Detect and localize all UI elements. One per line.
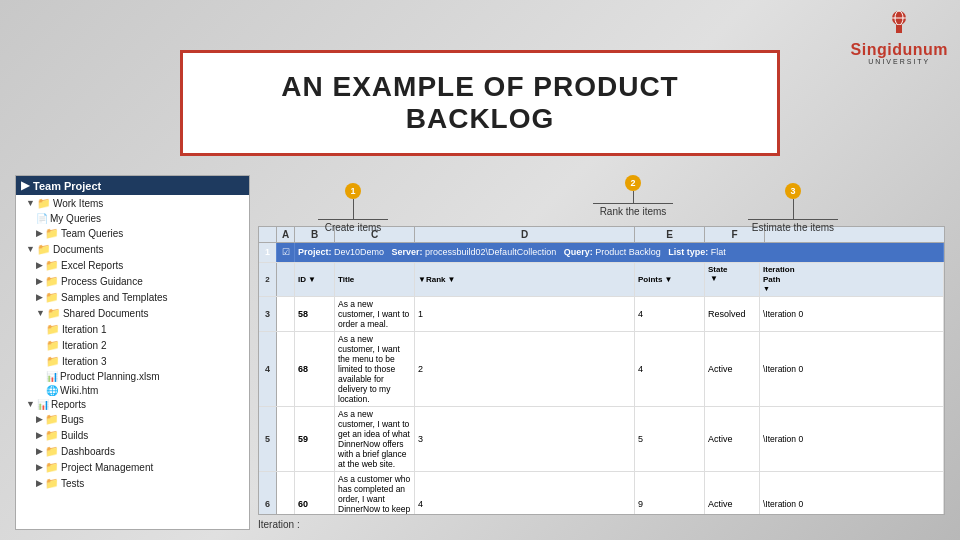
folder-icon: 📁 [46,339,60,352]
folder-icon: 📁 [46,323,60,336]
annotation-rank: 2 Rank the items [593,175,673,217]
ann2-circle: 2 [625,175,641,191]
sidebar-item-projectmgmt[interactable]: ▶ 📁 Project Management [16,459,249,475]
cell-id-header: ID ▼ [295,263,335,296]
cell-rank: 3 [415,407,635,471]
cell-rownum: 5 [259,407,277,471]
spreadsheet: A B C D E F 1 ☑ Project: Dev10Demo Serve… [258,226,945,515]
page-title: AN EXAMPLE OF PRODUCT BACKLOG [213,71,747,135]
table-row: 6 60 As a customer who has completed an … [259,472,944,515]
cell-a2 [277,263,295,296]
folder-icon: 📁 [46,355,60,368]
cell-a [277,332,295,406]
cell-title-header: Title [335,263,415,296]
cell-rownum: 6 [259,472,277,515]
arrow-icon: ▶ [36,478,43,488]
cell-state: Resolved [705,297,760,331]
iteration-label: Iteration : [258,519,945,530]
sidebar-item-processguidance[interactable]: ▶ 📁 Process Guidance [16,273,249,289]
sidebar-item-workitems[interactable]: ▼ 📁 Work Items [16,195,249,211]
cell-info: Project: Dev10Demo Server: processbuild0… [295,243,944,262]
filter-arrow-d-icon: ▼ [418,275,426,284]
folder-icon: 📁 [45,445,59,458]
ann1-label: Create items [325,222,382,233]
folder-icon: 📁 [45,413,59,426]
folder-icon: 📁 [37,197,51,210]
sidebar-item-xlsm[interactable]: 📊 Product Planning.xlsm [16,369,249,383]
cell-d-header: ▼ Rank ▼ [415,263,635,296]
sidebar-item-bugs[interactable]: ▶ 📁 Bugs [16,411,249,427]
table-row: 5 59 As a new customer, I want to get an… [259,407,944,472]
ann3-label: Estimate the items [752,222,834,233]
sidebar-item-iter2[interactable]: 📁 Iteration 2 [16,337,249,353]
cell-iter: \Iteration 0 [760,297,944,331]
col-hdr-d: D [415,227,635,242]
cell-rownum: 3 [259,297,277,331]
arrow-icon: ▶ [36,446,43,456]
arrow-icon: ▶ [36,430,43,440]
cell-id: 58 [295,297,335,331]
sidebar: ▶ Team Project ▼ 📁 Work Items 📄 My Queri… [15,175,250,530]
arrow-icon: ▼ [26,399,35,409]
cell-iter: \Iteration 0 [760,332,944,406]
cell-points: 4 [635,332,705,406]
sidebar-item-dashboards[interactable]: ▶ 📁 Dashboards [16,443,249,459]
col-hdr-e: E [635,227,705,242]
arrow-icon: ▼ [26,244,35,254]
sidebar-item-documents[interactable]: ▼ 📁 Documents [16,241,249,257]
sidebar-item-shareddocs[interactable]: ▼ 📁 Shared Documents [16,305,249,321]
cell-rank: 1 [415,297,635,331]
cell-state: Active [705,472,760,515]
ann3-circle: 3 [785,183,801,199]
folder-icon: 📁 [45,477,59,490]
filter-arrow-icon: ▼ [308,275,316,284]
cell-iter: \Iteration 0 [760,407,944,471]
sidebar-header: ▶ Team Project [16,176,249,195]
table-row: 4 68 As a new customer, I want the menu … [259,332,944,407]
cell-id: 60 [295,472,335,515]
cell-check: ☑ [277,243,295,262]
checkbox-icon: ☑ [282,247,290,257]
folder-icon: 📁 [47,307,61,320]
cell-rownum: 4 [259,332,277,406]
cell-rownum-2: 2 [259,263,277,296]
arrow-icon: ▶ [36,292,43,302]
cell-state: Active [705,332,760,406]
folder-icon: 📁 [45,275,59,288]
sidebar-item-wiki[interactable]: 🌐 Wiki.htm [16,383,249,397]
cell-id: 68 [295,332,335,406]
logo: Singidunum University [851,8,948,65]
svg-rect-3 [896,25,902,33]
sidebar-item-reports[interactable]: ▼ 📊 Reports [16,397,249,411]
table-row: 3 58 As a new customer, I want to order … [259,297,944,332]
cell-rank: 4 [415,472,635,515]
sidebar-item-excelreports[interactable]: ▶ 📁 Excel Reports [16,257,249,273]
sidebar-item-samples[interactable]: ▶ 📁 Samples and Templates [16,289,249,305]
logo-sub: University [851,58,948,65]
sidebar-item-teamqueries[interactable]: ▶ 📁 Team Queries [16,225,249,241]
arrow-icon: ▶ [36,414,43,424]
annotations: 1 Create items 2 Rank the items 3 [258,175,945,226]
sidebar-item-myqueries[interactable]: 📄 My Queries [16,211,249,225]
cell-id: 59 [295,407,335,471]
logo-icon [885,8,913,36]
folder-icon: 📁 [45,259,59,272]
col-hdr-a: A [277,227,295,242]
logo-name: Singidunum [851,42,948,58]
arrow-icon: ▶ [36,260,43,270]
cell-iter-header: Iteration Path ▼ [760,263,944,296]
folder-icon: 📁 [45,429,59,442]
arrow-icon: ▶ [36,276,43,286]
sidebar-item-iter1[interactable]: 📁 Iteration 1 [16,321,249,337]
col-hdr-rownum [259,227,277,242]
cell-points: 5 [635,407,705,471]
sidebar-item-iter3[interactable]: 📁 Iteration 3 [16,353,249,369]
sidebar-item-tests[interactable]: ▶ 📁 Tests [16,475,249,491]
sidebar-item-builds[interactable]: ▶ 📁 Builds [16,427,249,443]
cell-a [277,297,295,331]
doc-icon: 📄 [36,213,48,224]
spreadsheet-area: 1 Create items 2 Rank the items 3 [258,175,945,530]
excel-icon: 📊 [46,371,58,382]
folder-icon: 📁 [45,227,59,240]
cell-title: As a new customer, I want to get an idea… [335,407,415,471]
